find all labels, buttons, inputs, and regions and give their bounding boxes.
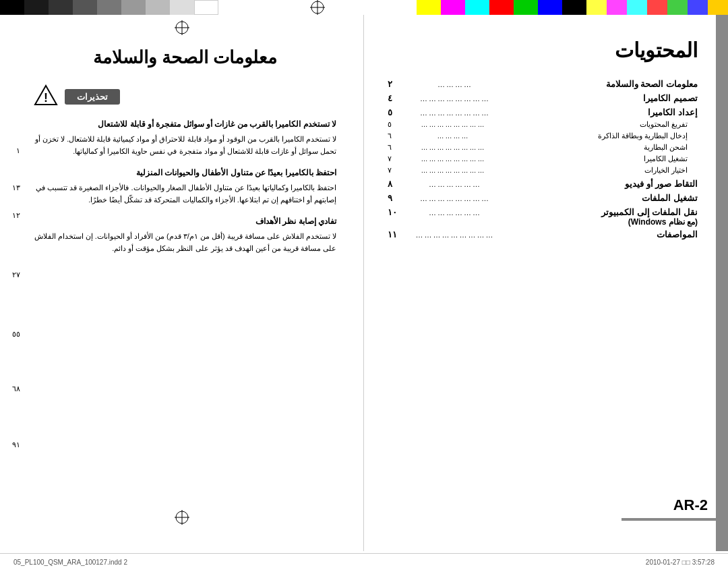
- section-3: تفادي إصابة نظر الأهداف لا تستخدم الفلاش…: [34, 215, 336, 254]
- color-swatch-blue: [538, 0, 562, 15]
- section-3-body: لا تستخدم الفلاش على مسافة قريبة (أقل من…: [34, 231, 336, 254]
- left-crosshair-bottom: [175, 510, 189, 528]
- color-swatch-light1: [170, 0, 194, 15]
- toc-item-5-page: ٦: [388, 132, 406, 140]
- toc-item-2-page: ٤: [388, 93, 406, 103]
- color-swatch-magenta: [441, 0, 465, 15]
- toc-item-5-dots: …………: [406, 132, 500, 140]
- toc-item-8-page: ٧: [388, 166, 406, 175]
- toc-item-6: اشحن البطارية …………………… ٦: [388, 143, 698, 152]
- toc-item-10-page: ٩: [388, 193, 406, 203]
- toc-item-11-dots: ………………: [406, 208, 504, 217]
- toc-item-7-label: تشغيل الكاميرا: [500, 154, 688, 163]
- toc-item-7-dots: ……………………: [406, 155, 500, 163]
- svg-text:!: !: [44, 91, 48, 105]
- section-1-body: لا تستخدم الكاميرا بالقرب من الوقود أو م…: [34, 134, 336, 157]
- toc-item-4: تفريغ المحتويات …………………… ٥: [388, 120, 698, 129]
- toc-item-4-label: تفريغ المحتويات: [500, 120, 688, 129]
- toc-item-9: التقاط صور أو فيديو ……………… ٨: [388, 179, 698, 189]
- toc-item-2-label: تصميم الكاميرا: [504, 93, 698, 103]
- toc-item-5-label: إدخال البطارية وبطاقة الذاكرة: [500, 132, 688, 140]
- color-swatch-green: [514, 0, 538, 15]
- footer-left-text: 05_PL100_QSM_ARA_100127.indd 2: [13, 559, 127, 566]
- footer: 05_PL100_QSM_ARA_100127.indd 2 2010-01-2…: [0, 553, 728, 570]
- toc-item-10: تشغيل الملفات …………………… ٩: [388, 193, 698, 203]
- warning-badge: تحذيرات: [65, 89, 120, 105]
- toc-item-3-label: إعداد الكاميرا: [504, 107, 698, 117]
- section-2: احتفظ بالكاميرا بعيدًا عن متناول الأطفال…: [34, 167, 336, 206]
- toc-item-12-label: المواصفات: [504, 229, 698, 239]
- color-swatch-gray4: [146, 0, 170, 15]
- color-swatch-black2: [562, 0, 586, 15]
- toc-item-1-label: معلومات الصحة والسلامة: [504, 79, 698, 89]
- color-swatch-gray3: [121, 0, 146, 15]
- toc-item-12: المواصفات ……………………… ١١: [388, 229, 698, 239]
- top-crosshair-area: [218, 0, 417, 15]
- toc-item-10-dots: ……………………: [406, 194, 504, 202]
- toc-item-5: إدخال البطارية وبطاقة الذاكرة ………… ٦: [388, 132, 698, 140]
- color-swatch-blue2: [688, 0, 708, 15]
- color-swatch-dark2: [49, 0, 73, 15]
- toc-item-3-page: ٥: [388, 107, 406, 117]
- footer-right-text: 2010-01-27 □□ 3:57:28: [646, 559, 715, 566]
- section-3-heading: تفادي إصابة نظر الأهداف: [34, 215, 336, 227]
- right-page: المحتويات معلومات الصحة والسلامة ………… ٢ …: [364, 15, 728, 551]
- toc-item-10-label: تشغيل الملفات: [504, 193, 698, 203]
- toc-item-7: تشغيل الكاميرا …………………… ٧: [388, 154, 698, 163]
- color-swatch-gray1: [73, 0, 97, 15]
- toc-item-9-page: ٨: [388, 179, 406, 189]
- toc-item-12-dots: ………………………: [406, 231, 504, 239]
- toc-item-9-dots: ………………: [406, 180, 504, 188]
- toc-item-1-page: ٢: [388, 79, 406, 89]
- toc-item-8: اختيار الخيارات …………………… ٧: [388, 166, 698, 175]
- right-sidebar-strip: [716, 15, 728, 551]
- toc-item-4-dots: ……………………: [406, 121, 500, 128]
- toc-item-2: تصميم الكاميرا …………………… ٤: [388, 93, 698, 103]
- toc-item-11-sublabel: (مع نظام Windows): [504, 217, 698, 227]
- toc-item-1-dots: …………: [406, 80, 504, 88]
- toc-item-11-page: ١٠: [388, 207, 406, 217]
- toc-container: معلومات الصحة والسلامة ………… ٢ تصميم الكا…: [388, 79, 698, 239]
- toc-item-12-page: ١١: [388, 229, 406, 239]
- left-page: معلومات الصحة والسلامة تحذيرات ! ١ ١٣ ١٢…: [0, 15, 364, 551]
- warning-triangle-icon: !: [34, 83, 58, 110]
- section-1-heading: لا تستخدم الكاميرا بالقرب من غازات أو سو…: [34, 118, 336, 130]
- toc-item-4-page: ٥: [388, 120, 406, 129]
- toc-item-6-label: اشحن البطارية: [500, 143, 688, 152]
- color-swatch-red: [489, 0, 514, 15]
- color-swatch-white: [194, 0, 218, 15]
- ar-badge: AR-2: [673, 496, 708, 514]
- toc-item-1: معلومات الصحة والسلامة ………… ٢: [388, 79, 698, 89]
- color-swatch-dark1: [24, 0, 49, 15]
- section-1: لا تستخدم الكاميرا بالقرب من غازات أو سو…: [34, 118, 336, 157]
- crosshair-icon: [310, 0, 325, 15]
- toc-item-9-label: التقاط صور أو فيديو: [504, 179, 698, 189]
- color-swatch-magenta2: [607, 0, 627, 15]
- color-swatch-cyan: [465, 0, 489, 15]
- left-page-title: معلومات الصحة والسلامة: [34, 47, 336, 68]
- color-swatch-black: [0, 0, 24, 15]
- section-2-heading: احتفظ بالكاميرا بعيدًا عن متناول الأطفال…: [34, 167, 336, 179]
- toc-item-11: نقل الملفات إلى الكمبيوتر (مع نظام Windo…: [388, 207, 698, 227]
- toc-item-3-dots: ……………………: [406, 109, 504, 117]
- left-page-numbers: ١ ١٣ ١٢ ٢٧ ٥٥ ٦٨ ٩١: [12, 146, 20, 449]
- toc-item-2-dots: ……………………: [406, 94, 504, 103]
- color-swatch-cyan2: [627, 0, 647, 15]
- toc-item-8-label: اختيار الخيارات: [500, 166, 688, 175]
- ar-badge-strip: [621, 518, 716, 521]
- left-crosshair: [175, 20, 189, 38]
- toc-item-6-dots: ……………………: [406, 144, 500, 151]
- right-page-title: المحتويات: [388, 38, 698, 62]
- toc-item-8-dots: ……………………: [406, 167, 500, 174]
- toc-item-11-label: نقل الملفات إلى الكمبيوتر: [504, 207, 698, 217]
- color-swatch-yellow: [417, 0, 441, 15]
- toc-item-7-page: ٧: [388, 154, 406, 163]
- color-swatch-gray2: [97, 0, 121, 15]
- section-2-body: احتفظ بالكاميرا وكمالياتها بعيدًا عن متن…: [34, 182, 336, 206]
- toc-item-6-page: ٦: [388, 143, 406, 152]
- color-swatch-gold: [708, 0, 728, 15]
- toc-item-3: إعداد الكاميرا …………………… ٥: [388, 107, 698, 117]
- color-swatch-red2: [647, 0, 667, 15]
- color-swatch-yellow2: [586, 0, 607, 15]
- color-swatch-green2: [667, 0, 688, 15]
